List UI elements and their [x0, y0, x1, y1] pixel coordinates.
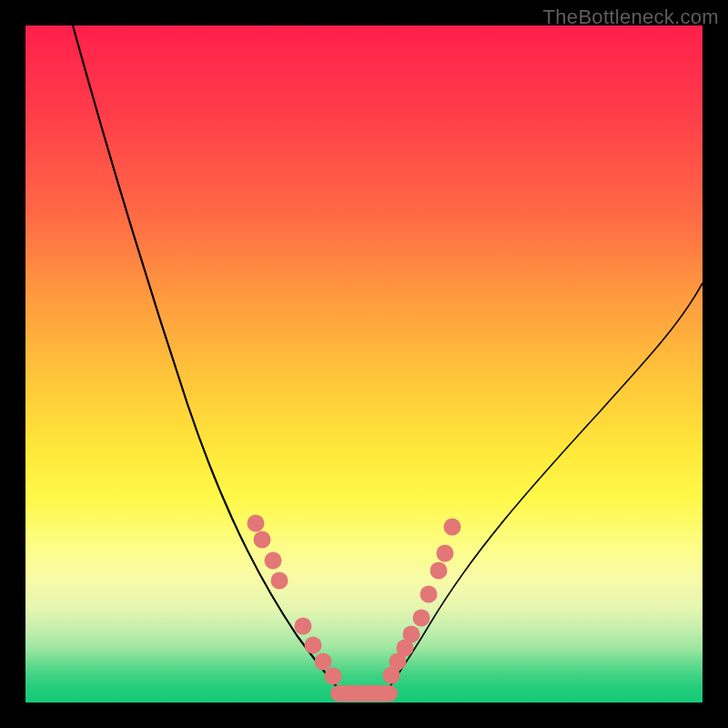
- marker-dot: [430, 562, 448, 580]
- marker-dot: [248, 515, 265, 532]
- bottleneck-curve-right: [384, 283, 703, 695]
- marker-dot: [305, 637, 322, 654]
- marker-dot: [444, 519, 461, 536]
- markers-left-upper: [248, 515, 288, 590]
- markers-right-lower: [383, 610, 430, 684]
- marker-dot: [265, 552, 282, 570]
- chart-frame: TheBottleneck.com: [0, 0, 728, 728]
- bottleneck-curve-left: [73, 25, 344, 695]
- marker-dot: [420, 586, 438, 603]
- marker-dot: [437, 545, 454, 562]
- marker-dot: [271, 572, 288, 590]
- marker-dot: [295, 618, 312, 635]
- markers-right-upper: [420, 519, 461, 603]
- marker-dot: [413, 610, 430, 627]
- markers-left-lower: [295, 618, 342, 685]
- marker-dot: [325, 668, 342, 685]
- marker-dot: [403, 626, 420, 643]
- plot-area: [25, 25, 703, 703]
- chart-svg: [25, 25, 703, 703]
- marker-dot: [254, 531, 271, 549]
- marker-dot: [315, 653, 332, 671]
